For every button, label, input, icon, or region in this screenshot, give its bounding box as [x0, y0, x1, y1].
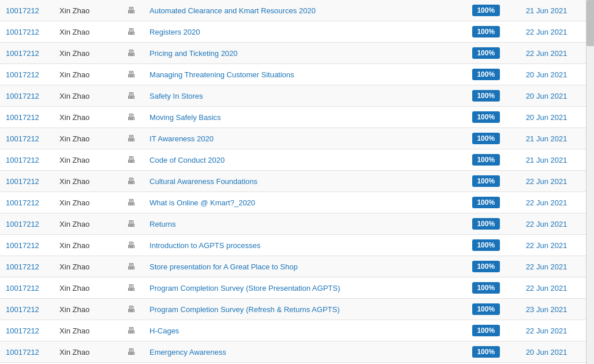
row-name: Xin Zhao [54, 342, 121, 363]
progress-badge: 100% [472, 90, 500, 102]
table-row: 10017212 Xin Zhao 🖶 Registers 2020 100% … [0, 21, 594, 43]
row-name: Xin Zhao [54, 171, 121, 192]
row-name: Xin Zhao [54, 277, 121, 299]
scrollbar-thumb[interactable] [586, 0, 594, 46]
row-id[interactable]: 10017212 [0, 64, 54, 85]
row-id[interactable]: 10017212 [0, 128, 54, 149]
progress-badge: 100% [472, 154, 500, 166]
table-row: 10017212 Xin Zhao 🖶 Moving Safely Basics… [0, 107, 594, 128]
progress-badge: 100% [472, 111, 500, 123]
records-table: 10017212 Xin Zhao 🖶 Automated Clearance … [0, 0, 594, 364]
row-id[interactable]: 10017212 [0, 235, 54, 256]
table-row: 10017212 Xin Zhao 🖶 Code of Conduct 2020… [0, 149, 594, 171]
row-date: 21 Jun 2021 [520, 128, 594, 149]
table-row: 10017212 Xin Zhao 🖶 Safety In Stores 100… [0, 85, 594, 107]
progress-badge: 100% [472, 133, 500, 144]
progress-badge: 100% [472, 47, 500, 59]
row-date: 22 Jun 2021 [520, 21, 594, 43]
row-name: Xin Zhao [54, 21, 121, 43]
row-progress: 100% [466, 128, 520, 149]
row-id[interactable]: 10017212 [0, 192, 54, 213]
monitor-icon: 🖶 [121, 213, 144, 235]
row-id[interactable]: 10017212 [0, 299, 54, 320]
row-course[interactable]: Moving Safely Basics [144, 107, 466, 128]
row-name: Xin Zhao [54, 107, 121, 128]
row-course[interactable]: What is Online @ Kmart?_2020 [144, 192, 466, 213]
row-id[interactable]: 10017212 [0, 85, 54, 107]
row-date: 22 Jun 2021 [520, 235, 594, 256]
table-row: 10017212 Xin Zhao 🖶 Pricing and Ticketin… [0, 43, 594, 64]
row-id[interactable]: 10017212 [0, 213, 54, 235]
monitor-icon: 🖶 [121, 235, 144, 256]
row-name: Xin Zhao [54, 213, 121, 235]
scrollbar[interactable] [586, 0, 594, 364]
progress-badge: 100% [472, 26, 500, 37]
row-progress: 100% [466, 320, 520, 342]
table-row: 10017212 Xin Zhao 🖶 Emergency Awareness … [0, 342, 594, 363]
row-id[interactable]: 10017212 [0, 149, 54, 171]
row-progress: 100% [466, 107, 520, 128]
table-row: 10017212 Xin Zhao 🖶 Cultural Awareness F… [0, 171, 594, 192]
row-name: Xin Zhao [54, 235, 121, 256]
row-course[interactable]: Pricing and Ticketing 2020 [144, 43, 466, 64]
row-progress: 100% [466, 43, 520, 64]
row-name: Xin Zhao [54, 128, 121, 149]
monitor-icon: 🖶 [121, 85, 144, 107]
monitor-icon: 🖶 [121, 171, 144, 192]
row-course[interactable]: H-Cages [144, 320, 466, 342]
progress-badge: 100% [472, 239, 500, 251]
row-id[interactable]: 10017212 [0, 107, 54, 128]
row-course[interactable]: Program Completion Survey (Store Present… [144, 277, 466, 299]
row-course[interactable]: Automated Clearance and Kmart Resources … [144, 0, 466, 21]
row-course[interactable]: Safety In Stores [144, 85, 466, 107]
progress-badge: 100% [472, 175, 500, 187]
table-row: 10017212 Xin Zhao 🖶 Automated Clearance … [0, 0, 594, 21]
row-course[interactable]: Managing Threatening Customer Situations [144, 64, 466, 85]
row-date: 20 Jun 2021 [520, 85, 594, 107]
table-row: 10017212 Xin Zhao 🖶 What is Online @ Kma… [0, 192, 594, 213]
row-date: 21 Jun 2021 [520, 0, 594, 21]
progress-badge: 100% [472, 69, 500, 80]
row-id[interactable]: 10017212 [0, 0, 54, 21]
row-id[interactable]: 10017212 [0, 256, 54, 277]
monitor-icon: 🖶 [121, 320, 144, 342]
row-date: 22 Jun 2021 [520, 43, 594, 64]
row-name: Xin Zhao [54, 149, 121, 171]
monitor-icon: 🖶 [121, 128, 144, 149]
row-id[interactable]: 10017212 [0, 277, 54, 299]
row-progress: 100% [466, 149, 520, 171]
row-course[interactable]: Cultural Awareness Foundations [144, 171, 466, 192]
row-progress: 100% [466, 342, 520, 363]
row-name: Xin Zhao [54, 0, 121, 21]
row-course[interactable]: Program Completion Survey (Refresh & Ret… [144, 299, 466, 320]
row-course[interactable]: IT Awareness 2020 [144, 128, 466, 149]
row-name: Xin Zhao [54, 85, 121, 107]
row-progress: 100% [466, 192, 520, 213]
row-date: 22 Jun 2021 [520, 213, 594, 235]
progress-badge: 100% [472, 261, 500, 272]
table-row: 10017212 Xin Zhao 🖶 Managing Threatening… [0, 64, 594, 85]
row-id[interactable]: 10017212 [0, 21, 54, 43]
row-id[interactable]: 10017212 [0, 43, 54, 64]
row-id[interactable]: 10017212 [0, 342, 54, 363]
row-name: Xin Zhao [54, 192, 121, 213]
row-course[interactable]: Introduction to AGPTS processes [144, 235, 466, 256]
row-course[interactable]: Emergency Awareness [144, 342, 466, 363]
progress-badge: 100% [472, 303, 500, 315]
monitor-icon: 🖶 [121, 149, 144, 171]
row-id[interactable]: 10017212 [0, 171, 54, 192]
monitor-icon: 🖶 [121, 64, 144, 85]
row-date: 20 Jun 2021 [520, 64, 594, 85]
progress-badge: 100% [472, 346, 500, 358]
progress-badge: 100% [472, 325, 500, 336]
row-name: Xin Zhao [54, 320, 121, 342]
row-progress: 100% [466, 213, 520, 235]
table-row: 10017212 Xin Zhao 🖶 IT Awareness 2020 10… [0, 128, 594, 149]
row-course[interactable]: Registers 2020 [144, 21, 466, 43]
row-course[interactable]: Store presentation for A Great Place to … [144, 256, 466, 277]
row-id[interactable]: 10017212 [0, 320, 54, 342]
row-course[interactable]: Code of Conduct 2020 [144, 149, 466, 171]
table-row: 10017212 Xin Zhao 🖶 Returns 100% 22 Jun … [0, 213, 594, 235]
table-row: 10017212 Xin Zhao 🖶 Program Completion S… [0, 277, 594, 299]
row-course[interactable]: Returns [144, 213, 466, 235]
